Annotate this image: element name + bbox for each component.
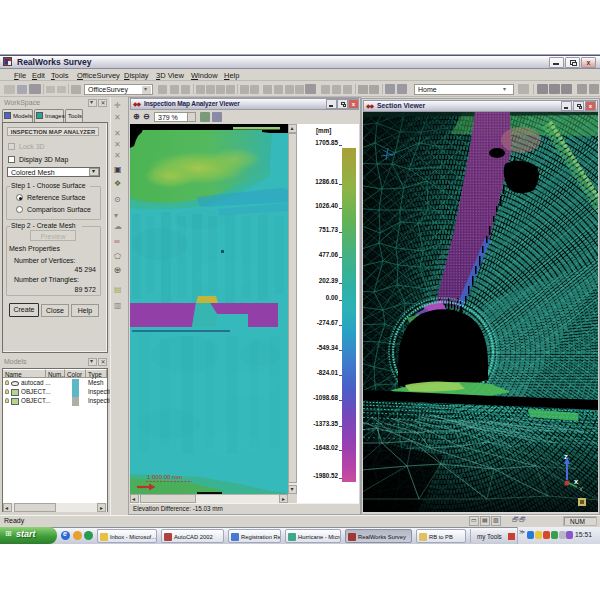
svg-text:1 000.00 mm: 1 000.00 mm [147, 474, 182, 480]
svg-text:Y: Y [579, 486, 583, 492]
